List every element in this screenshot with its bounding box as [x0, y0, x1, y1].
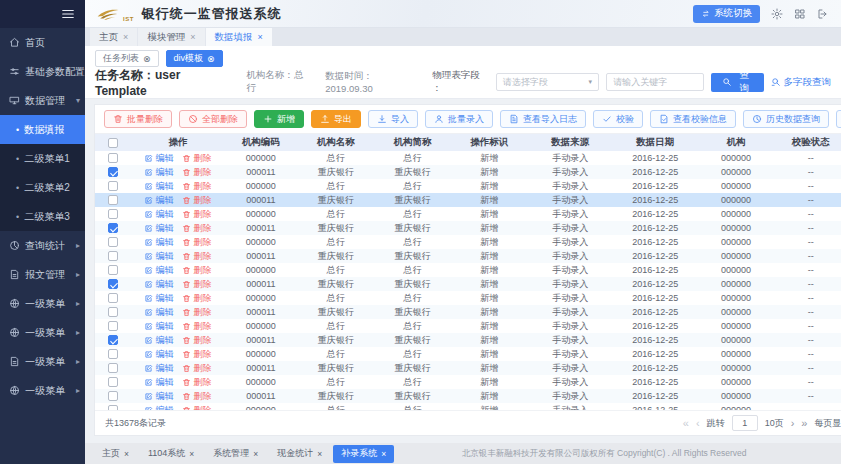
last-page-button[interactable]: » [801, 418, 807, 429]
edit-link[interactable]: 编辑 [144, 250, 173, 263]
bottom-tab-现金统计[interactable]: 现金统计× [269, 445, 330, 463]
toolbar-button-历史数据查询[interactable]: 历史数据查询 [743, 110, 829, 128]
edit-link[interactable]: 编辑 [144, 166, 173, 179]
toolbar-button-校验[interactable]: 校验 [593, 110, 643, 128]
delete-link[interactable]: 删除 [182, 362, 211, 375]
sidebar-item-7[interactable]: 一级菜单▸ [0, 347, 85, 376]
sidebar-item-8[interactable]: 一级菜单▸ [0, 376, 85, 405]
row-checkbox[interactable] [108, 279, 118, 289]
delete-link[interactable]: 删除 [182, 306, 211, 319]
toolbar-button-导入[interactable]: 导入 [368, 110, 418, 128]
table-row[interactable]: 编辑删除000011重庆银行重庆银行新增手动录入2016-12-25000000… [95, 333, 841, 347]
row-checkbox[interactable] [108, 391, 118, 401]
delete-link[interactable]: 删除 [182, 348, 211, 361]
bottom-tab-补录系统[interactable]: 补录系统× [333, 445, 394, 463]
toolbar-button-新增[interactable]: 新增 [254, 110, 304, 128]
delete-link[interactable]: 删除 [182, 320, 211, 333]
sidebar-subitem[interactable]: •二级菜单2 [0, 173, 85, 202]
delete-link[interactable]: 删除 [182, 250, 211, 263]
edit-link[interactable]: 编辑 [144, 194, 173, 207]
toolbar-button-查看导入日志[interactable]: 查看导入日志 [500, 110, 586, 128]
close-icon[interactable]: × [123, 32, 128, 42]
multi-field-query-link[interactable]: 多字段查询 [771, 76, 831, 89]
table-row[interactable]: 编辑删除000000总行总行新增手动录入2016-12-25000000--未锁… [95, 291, 841, 305]
row-checkbox[interactable] [108, 335, 118, 345]
table-row[interactable]: 编辑删除000000总行总行新增手动录入2016-12-25000000--未锁… [95, 319, 841, 333]
toolbar-button-批量删除[interactable]: 批量删除 [104, 110, 172, 128]
row-checkbox[interactable] [108, 237, 118, 247]
table-row[interactable]: 编辑删除000011重庆银行重庆银行新增手动录入2016-12-25000000… [95, 249, 841, 263]
sidebar-item-3[interactable]: 查询统计▸ [0, 231, 85, 260]
edit-link[interactable]: 编辑 [144, 152, 173, 165]
delete-link[interactable]: 删除 [182, 390, 211, 403]
row-checkbox[interactable] [108, 251, 118, 261]
sidebar-item-0[interactable]: 首页 [0, 28, 85, 57]
table-row[interactable]: 编辑删除000000总行总行新增手动录入2016-12-25000000--未锁… [95, 235, 841, 249]
chip-任务列表[interactable]: 任务列表⊗ [95, 50, 159, 67]
close-circle-icon[interactable]: ⊗ [207, 54, 215, 64]
first-page-button[interactable]: « [683, 418, 689, 429]
settings-button[interactable] [771, 8, 783, 20]
close-icon[interactable]: × [190, 32, 195, 42]
table-row[interactable]: 编辑删除000000总行总行新增手动录入2016-12-25000000--未锁… [95, 151, 841, 165]
close-icon[interactable]: × [258, 32, 263, 42]
toolbar-button-导出[interactable]: 导出 [311, 110, 361, 128]
row-checkbox[interactable] [108, 209, 118, 219]
row-checkbox[interactable] [108, 195, 118, 205]
toolbar-button-批量录入[interactable]: 批量录入 [425, 110, 493, 128]
close-circle-icon[interactable]: ⊗ [143, 54, 151, 64]
table-row[interactable]: 编辑删除000000总行总行新增手动录入2016-12-25000000--未锁… [95, 347, 841, 361]
table-row[interactable]: 编辑删除000000总行总行新增手动录入2016-12-25000000--未锁… [95, 375, 841, 389]
delete-link[interactable]: 删除 [182, 404, 211, 411]
row-checkbox[interactable] [108, 167, 118, 177]
edit-link[interactable]: 编辑 [144, 278, 173, 291]
row-checkbox[interactable] [108, 321, 118, 331]
sidebar-item-4[interactable]: 报文管理▸ [0, 260, 85, 289]
edit-link[interactable]: 编辑 [144, 362, 173, 375]
bottom-tab-1104系统[interactable]: 1104系统× [140, 445, 202, 463]
delete-link[interactable]: 删除 [182, 236, 211, 249]
edit-link[interactable]: 编辑 [144, 376, 173, 389]
table-row[interactable]: 编辑删除000011重庆银行重庆银行新增手动录入2016-12-25000000… [95, 221, 841, 235]
select-all-checkbox[interactable] [108, 138, 118, 148]
search-button[interactable]: 查询 [711, 73, 764, 92]
edit-link[interactable]: 编辑 [144, 180, 173, 193]
sidebar-subitem[interactable]: •二级菜单1 [0, 144, 85, 173]
table-row[interactable]: 编辑删除000011重庆银行重庆银行新增手动录入2016-12-25000000… [95, 165, 841, 179]
tab-模块管理[interactable]: 模块管理× [138, 28, 204, 46]
bottom-tab-主页[interactable]: 主页× [94, 445, 137, 463]
toolbar-button-全部删除[interactable]: 全部删除 [179, 110, 247, 128]
logout-button[interactable] [817, 8, 829, 20]
delete-link[interactable]: 删除 [182, 292, 211, 305]
table-row[interactable]: 编辑删除000000总行总行新增手动录入2016-12-25000000--未锁… [95, 403, 841, 410]
close-icon[interactable]: × [253, 449, 258, 459]
edit-link[interactable]: 编辑 [144, 264, 173, 277]
row-checkbox[interactable] [108, 293, 118, 303]
edit-link[interactable]: 编辑 [144, 390, 173, 403]
row-checkbox[interactable] [108, 181, 118, 191]
edit-link[interactable]: 编辑 [144, 404, 173, 411]
row-checkbox[interactable] [108, 363, 118, 373]
tab-数据填报[interactable]: 数据填报× [206, 28, 272, 46]
edit-link[interactable]: 编辑 [144, 334, 173, 347]
sidebar-item-5[interactable]: 一级菜单▸ [0, 289, 85, 318]
row-checkbox[interactable] [108, 349, 118, 359]
delete-link[interactable]: 删除 [182, 152, 211, 165]
row-checkbox[interactable] [108, 405, 118, 410]
delete-link[interactable]: 删除 [182, 166, 211, 179]
row-checkbox[interactable] [108, 153, 118, 163]
keyword-input[interactable] [606, 73, 704, 91]
edit-link[interactable]: 编辑 [144, 292, 173, 305]
close-icon[interactable]: × [381, 449, 386, 459]
page-number-input[interactable] [732, 415, 758, 431]
sidebar-item-6[interactable]: 一级菜单▸ [0, 318, 85, 347]
field-select[interactable]: 请选择字段 ▾ [496, 73, 599, 91]
delete-link[interactable]: 删除 [182, 376, 211, 389]
edit-link[interactable]: 编辑 [144, 236, 173, 249]
delete-link[interactable]: 删除 [182, 278, 211, 291]
row-checkbox[interactable] [108, 377, 118, 387]
next-page-button[interactable]: › [791, 418, 795, 429]
toolbar-button-调整原因[interactable]: 调整原因 [836, 110, 841, 128]
table-row[interactable]: 编辑删除000011重庆银行重庆银行新增手动录入2016-12-25000000… [95, 305, 841, 319]
close-icon[interactable]: × [317, 449, 322, 459]
